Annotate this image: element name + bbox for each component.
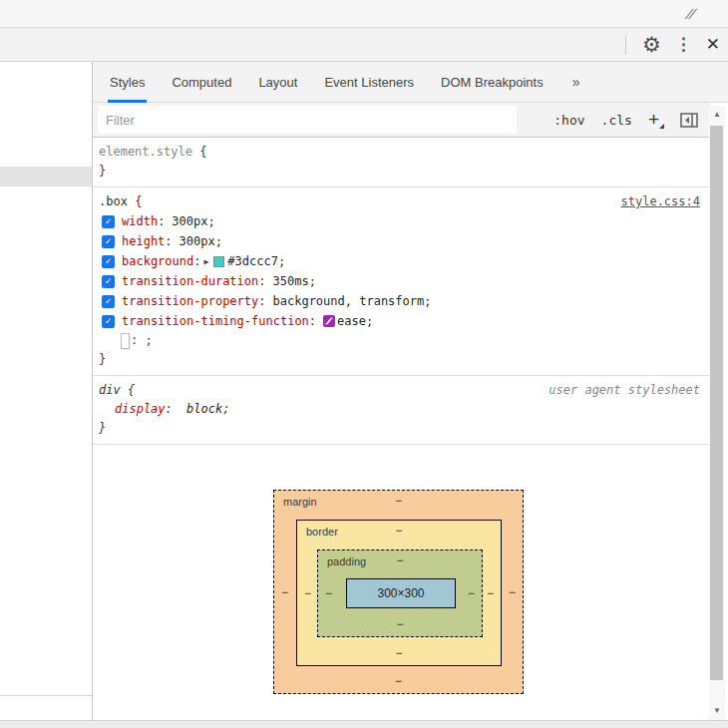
property-value[interactable]: ease: [337, 312, 366, 331]
padding-right-value[interactable]: −: [468, 586, 475, 600]
property-checkbox[interactable]: ✓: [102, 315, 115, 328]
vertical-scrollbar[interactable]: ▲ ▼: [709, 106, 725, 720]
border-left-value[interactable]: −: [304, 586, 311, 600]
checkmark-icon: ✓: [105, 236, 111, 246]
tab-computed[interactable]: Computed: [172, 62, 231, 103]
property-checkbox[interactable]: ✓: [102, 275, 115, 288]
margin-top-value[interactable]: −: [395, 494, 402, 508]
expand-arrow-icon[interactable]: ▶: [203, 252, 208, 271]
new-property-editor[interactable]: : ;: [99, 331, 704, 350]
checkmark-icon: ✓: [105, 316, 111, 326]
stylesheet-source-link[interactable]: style.css:4: [621, 192, 700, 211]
bezier-editor-icon[interactable]: [323, 315, 335, 327]
checkmark-icon: ✓: [105, 296, 111, 306]
property-value[interactable]: block: [186, 400, 222, 419]
tab-event-listeners-label: Event Listeners: [324, 75, 414, 90]
tab-dom-breakpoints[interactable]: DOM Breakpoints: [441, 62, 544, 103]
property-name[interactable]: transition-property: [122, 292, 258, 311]
margin-right-value[interactable]: −: [509, 585, 516, 599]
filter-input[interactable]: [98, 106, 517, 134]
tab-layout-label: Layout: [258, 75, 297, 90]
property-value[interactable]: 300px: [172, 212, 207, 231]
element-style-section[interactable]: element.style { }: [93, 138, 710, 187]
css-property-row-transition-duration[interactable]: ✓ transition-duration: 350ms;: [99, 271, 704, 291]
property-value[interactable]: #3dccc7: [227, 252, 278, 271]
element-style-selector: element.style: [99, 145, 192, 159]
padding-top-value[interactable]: −: [396, 553, 403, 567]
new-style-rule-button[interactable]: +: [648, 109, 664, 131]
devtools-toolbar: ⚙ ⋮ ✕: [0, 28, 728, 62]
checkmark-icon: ✓: [105, 276, 111, 286]
tab-event-listeners[interactable]: Event Listeners: [324, 62, 414, 103]
property-value[interactable]: 300px: [180, 232, 215, 251]
sidebar-toggle-icon[interactable]: [680, 113, 698, 128]
tab-styles[interactable]: Styles: [110, 62, 145, 103]
property-checkbox[interactable]: ✓: [102, 255, 115, 268]
page-element-highlight: [0, 167, 92, 186]
css-property-row-width[interactable]: ✓ width: 300px;: [99, 211, 704, 231]
box-rule-section: .box { style.css:4 ✓ width: 300px; ✓ hei…: [93, 187, 710, 376]
settings-gear-icon[interactable]: ⚙: [642, 34, 661, 55]
page-pane-divider: [0, 695, 92, 696]
close-devtools-icon[interactable]: ✕: [706, 34, 720, 55]
property-value[interactable]: 350ms: [273, 272, 309, 291]
css-property-row-background[interactable]: ✓ background: ▶ #3dccc7;: [99, 251, 704, 271]
property-value[interactable]: background, transform: [273, 292, 425, 311]
window-top-strip: ⁄⁄: [0, 0, 728, 28]
styles-pane: element.style { } .box { style.css:4 ✓ w…: [93, 138, 710, 720]
css-property-row-transition-property[interactable]: ✓ transition-property: background, trans…: [99, 291, 704, 311]
box-model-padding[interactable]: padding − − − − 300×300: [317, 549, 483, 637]
user-agent-stylesheet-label: user agent stylesheet: [548, 381, 700, 400]
property-name[interactable]: height: [122, 232, 165, 251]
box-model-margin[interactable]: margin − − − − border − − − − padding − …: [273, 490, 524, 694]
property-name[interactable]: background: [122, 252, 193, 271]
property-name[interactable]: width: [122, 212, 158, 231]
devtools-tabbar: Styles Computed Layout Event Listeners D…: [93, 62, 728, 103]
tab-overflow-chevron-icon[interactable]: »: [572, 74, 580, 90]
css-property-row-height[interactable]: ✓ height: 300px;: [99, 231, 704, 251]
padding-left-value[interactable]: −: [325, 586, 332, 600]
border-label: border: [306, 526, 338, 538]
styles-filter-bar: :hov .cls +: [93, 103, 710, 138]
color-swatch[interactable]: [213, 256, 224, 267]
window-bottom-strip: [0, 720, 728, 728]
property-checkbox[interactable]: ✓: [102, 215, 115, 228]
checkmark-icon: ✓: [105, 256, 111, 266]
property-name[interactable]: transition-duration: [122, 272, 258, 291]
border-right-value[interactable]: −: [487, 586, 494, 600]
user-agent-rule-section: div { user agent stylesheet display: blo…: [93, 376, 710, 445]
margin-left-value[interactable]: −: [281, 585, 288, 599]
box-model-diagram: margin − − − − border − − − − padding − …: [93, 445, 710, 714]
box-model-border[interactable]: border − − − − padding − − − − 300×300: [296, 520, 502, 666]
box-model-content[interactable]: 300×300: [346, 578, 456, 608]
tab-styles-label: Styles: [110, 75, 145, 90]
border-top-value[interactable]: −: [395, 524, 402, 538]
scroll-down-arrow-icon[interactable]: ▼: [709, 702, 725, 718]
devtools-panel: Styles Computed Layout Event Listeners D…: [92, 62, 728, 720]
scroll-up-arrow-icon[interactable]: ▲: [709, 106, 725, 122]
border-bottom-value[interactable]: −: [395, 646, 402, 660]
property-name[interactable]: display: [115, 402, 166, 416]
resize-handle-icon[interactable]: ⁄⁄: [687, 5, 712, 23]
property-checkbox[interactable]: ✓: [102, 235, 115, 248]
padding-label: padding: [327, 555, 366, 567]
checkmark-icon: ✓: [105, 216, 111, 226]
css-property-row-transition-timing-function[interactable]: ✓ transition-timing-function: ease ;: [99, 311, 704, 331]
toggle-hover-state-button[interactable]: :hov: [553, 113, 584, 128]
tab-dom-breakpoints-label: DOM Breakpoints: [441, 75, 544, 90]
content-size-label: 300×300: [377, 586, 424, 600]
tab-layout[interactable]: Layout: [258, 62, 297, 103]
property-checkbox[interactable]: ✓: [102, 295, 115, 308]
new-property-text: : ;: [131, 331, 153, 350]
property-name[interactable]: transition-timing-function: [122, 312, 309, 331]
property-name-edit-field[interactable]: [122, 334, 129, 348]
toggle-class-button[interactable]: .cls: [601, 113, 632, 128]
box-rule-selector[interactable]: .box: [99, 194, 128, 208]
div-rule-selector[interactable]: div: [99, 383, 121, 397]
scrollbar-thumb[interactable]: [710, 126, 723, 680]
tab-computed-label: Computed: [172, 75, 231, 90]
margin-label: margin: [283, 496, 317, 508]
more-options-icon[interactable]: ⋮: [675, 34, 692, 55]
padding-bottom-value[interactable]: −: [396, 617, 403, 631]
margin-bottom-value[interactable]: −: [395, 674, 402, 688]
